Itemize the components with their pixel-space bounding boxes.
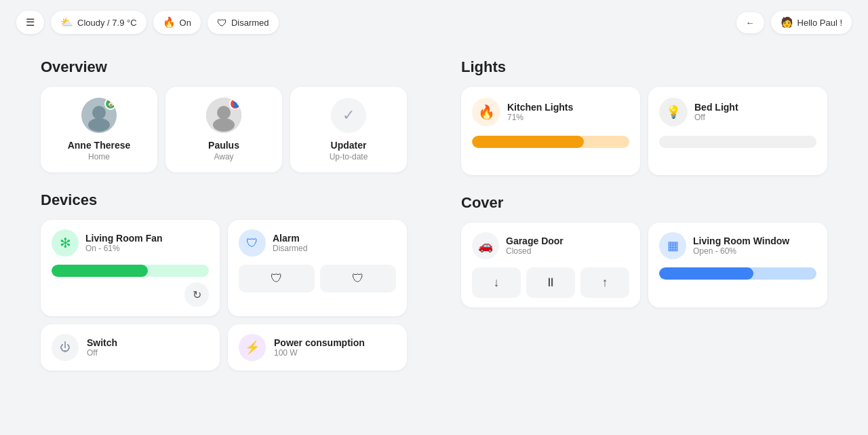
alarm-label: On xyxy=(180,18,191,28)
garage-up-button[interactable]: ↑ xyxy=(580,267,629,298)
greeting-pill[interactable]: 🧑 Hello Paul ! xyxy=(771,11,852,34)
power-card[interactable]: ⚡ Power consumption 100 W xyxy=(228,324,407,371)
lights-section: Lights 🔥 Kitchen Lights 71% xyxy=(461,58,827,175)
alarm-disarm-icon: 🛡 xyxy=(352,271,364,286)
garage-door-icon: 🚗 xyxy=(478,238,493,253)
switch-icon-wrap: ⏻ xyxy=(52,334,79,361)
updater-name: Updater xyxy=(331,140,367,151)
paulus-badge: 👤 xyxy=(229,98,241,110)
alarm-card: 🛡 Alarm Disarmed 🛡 🛡 xyxy=(228,220,407,316)
alarm-icon-wrap: 🛡 xyxy=(239,229,266,257)
alarm-name: Alarm xyxy=(273,233,307,244)
window-progress-fill xyxy=(659,267,753,280)
devices-section: Devices ✻ Living Room Fan On - 61% xyxy=(41,191,407,371)
alarm-icon: 🛡 xyxy=(246,236,258,250)
alarm-arm-icon: 🛡 xyxy=(271,271,283,286)
power-icon: ⚡ xyxy=(245,340,260,355)
person-card-paulus[interactable]: 👤 Paulus Away xyxy=(165,87,282,172)
window-name: Living Room Window xyxy=(693,235,789,246)
fan-status: On - 61% xyxy=(85,244,163,253)
window-header: ▦ Living Room Window Open - 60% xyxy=(659,232,816,259)
alarm-status: Disarmed xyxy=(273,244,307,253)
right-column: Lights 🔥 Kitchen Lights 71% xyxy=(448,52,827,371)
window-icon-wrap: ▦ xyxy=(659,232,686,259)
garage-door-card: 🚗 Garage Door Closed ↓ ⏸ xyxy=(461,223,640,307)
overview-cards: 🏠 Anne Therese Home 👤 Pa xyxy=(41,87,407,172)
switch-name: Switch xyxy=(87,337,117,348)
fan-name: Living Room Fan xyxy=(85,233,163,244)
updater-avatar: ✓ xyxy=(331,98,366,133)
overview-section: Overview 🏠 Anne Therese Home xyxy=(41,58,407,172)
power-icon-wrap: ⚡ xyxy=(239,334,266,361)
paulus-status: Away xyxy=(214,152,233,162)
kitchen-lights-status: 71% xyxy=(507,113,573,122)
anne-status: Home xyxy=(88,152,110,162)
bed-light-progress xyxy=(659,136,816,148)
fan-controls: ↻ xyxy=(52,282,209,307)
overview-title: Overview xyxy=(41,58,407,76)
window-status: Open - 60% xyxy=(693,246,789,256)
alarm-disarm-button[interactable]: 🛡 xyxy=(320,265,396,292)
lights-cards: 🔥 Kitchen Lights 71% xyxy=(461,87,827,175)
bed-light-header: 💡 Bed Light Off xyxy=(659,98,816,126)
fan-refresh-button[interactable]: ↻ xyxy=(184,282,209,307)
security-label: Disarmed xyxy=(231,18,269,28)
bed-light-card[interactable]: 💡 Bed Light Off xyxy=(648,87,827,175)
garage-door-status: Closed xyxy=(506,246,564,256)
garage-down-button[interactable]: ↓ xyxy=(472,267,521,298)
kitchen-lights-progress xyxy=(472,136,629,148)
switch-card[interactable]: ⏻ Switch Off xyxy=(41,324,220,371)
garage-door-info: Garage Door Closed xyxy=(506,235,564,256)
power-info: Power consumption 100 W xyxy=(274,337,365,358)
svg-point-4 xyxy=(217,106,231,119)
devices-cards: ✻ Living Room Fan On - 61% ↻ xyxy=(41,220,407,371)
alarm-pill[interactable]: 🔥 On xyxy=(153,11,201,34)
shield-icon: 🛡 xyxy=(217,17,227,29)
svg-point-5 xyxy=(213,118,235,132)
anne-name: Anne Therese xyxy=(68,140,131,151)
lights-title: Lights xyxy=(461,58,827,76)
fan-header: ✻ Living Room Fan On - 61% xyxy=(52,229,209,257)
window-icon: ▦ xyxy=(667,238,679,253)
pause-icon: ⏸ xyxy=(545,276,557,290)
topbar-right: ← 🧑 Hello Paul ! xyxy=(736,11,852,34)
bed-light-info: Bed Light Off xyxy=(694,102,738,122)
security-pill[interactable]: 🛡 Disarmed xyxy=(208,12,279,34)
window-progress xyxy=(659,267,816,280)
kitchen-lights-icon: 🔥 xyxy=(478,104,495,120)
switch-icon: ⏻ xyxy=(60,341,71,354)
bed-light-icon: 💡 xyxy=(666,105,681,119)
cover-cards: 🚗 Garage Door Closed ↓ ⏸ xyxy=(461,223,827,307)
weather-pill[interactable]: ⛅ Cloudy / 7.9 °C xyxy=(51,11,146,34)
kitchen-lights-card[interactable]: 🔥 Kitchen Lights 71% xyxy=(461,87,640,175)
menu-icon: ☰ xyxy=(26,16,35,29)
topbar: ☰ ⛅ Cloudy / 7.9 °C 🔥 On 🛡 Disarmed ← 🧑 … xyxy=(0,0,868,45)
svg-point-1 xyxy=(92,106,106,119)
kitchen-lights-info: Kitchen Lights 71% xyxy=(507,102,573,122)
garage-pause-button[interactable]: ⏸ xyxy=(526,267,575,298)
window-card: ▦ Living Room Window Open - 60% xyxy=(648,223,827,307)
cover-title: Cover xyxy=(461,194,827,212)
back-button[interactable]: ← xyxy=(736,12,764,33)
kitchen-lights-fill xyxy=(472,136,584,148)
weather-label: Cloudy / 7.9 °C xyxy=(77,18,137,28)
back-icon: ← xyxy=(746,18,755,28)
alarm-arm-button[interactable]: 🛡 xyxy=(239,265,315,292)
person-card-anne[interactable]: 🏠 Anne Therese Home xyxy=(41,87,157,172)
devices-title: Devices xyxy=(41,191,407,209)
main-content: Overview 🏠 Anne Therese Home xyxy=(0,45,868,384)
person-icon: 🧑 xyxy=(781,16,793,29)
power-status: 100 W xyxy=(274,348,365,358)
fan-card: ✻ Living Room Fan On - 61% ↻ xyxy=(41,220,220,316)
garage-door-controls: ↓ ⏸ ↑ xyxy=(472,267,629,298)
up-icon: ↑ xyxy=(602,276,608,290)
garage-door-name: Garage Door xyxy=(506,235,564,246)
window-info: Living Room Window Open - 60% xyxy=(693,235,789,256)
topbar-left: ☰ ⛅ Cloudy / 7.9 °C 🔥 On 🛡 Disarmed xyxy=(16,11,279,34)
refresh-icon: ↻ xyxy=(193,288,201,301)
person-card-updater[interactable]: ✓ Updater Up-to-date xyxy=(290,87,407,172)
menu-button[interactable]: ☰ xyxy=(16,11,44,34)
fan-icon: ✻ xyxy=(60,235,71,251)
down-icon: ↓ xyxy=(494,276,500,290)
left-column: Overview 🏠 Anne Therese Home xyxy=(41,52,420,371)
